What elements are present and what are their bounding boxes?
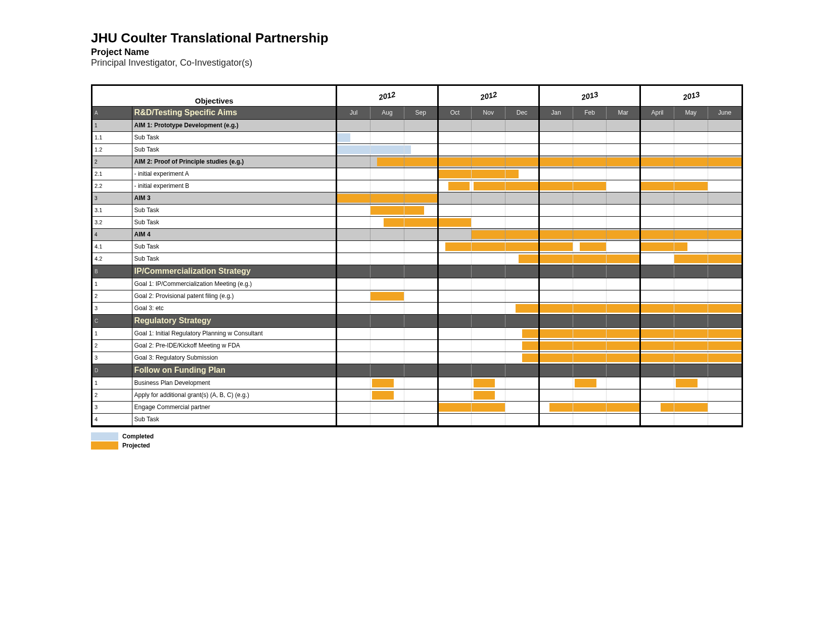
gantt-cell xyxy=(607,131,640,143)
gantt-cell xyxy=(370,180,404,192)
gantt-bar-projected xyxy=(607,158,639,166)
gantt-cell xyxy=(607,364,640,377)
gantt-cell xyxy=(505,302,539,314)
gantt-bar-projected xyxy=(573,341,607,350)
gantt-cell xyxy=(674,413,708,425)
gantt-cell xyxy=(404,401,438,413)
gantt-cell xyxy=(607,192,640,204)
gantt-cell xyxy=(674,131,708,143)
gantt-bar-projected xyxy=(448,182,470,190)
gantt-cell xyxy=(674,352,708,364)
gantt-cell xyxy=(337,168,370,180)
gantt-cell xyxy=(674,377,708,389)
gantt-cell xyxy=(472,192,505,204)
gantt-bar-projected xyxy=(607,341,639,350)
gantt-cell xyxy=(640,192,674,204)
gantt-cell xyxy=(573,192,607,204)
gantt-cell xyxy=(607,327,640,339)
gantt-cell xyxy=(607,314,640,327)
row-label: Goal 2: Pre-IDE/Kickoff Meeting w FDA xyxy=(132,339,337,352)
gantt-cell xyxy=(640,327,674,339)
row-number: 1.2 xyxy=(92,143,132,156)
gantt-cell xyxy=(640,290,674,302)
gantt-bar-projected xyxy=(540,329,573,338)
gantt-cell xyxy=(640,240,674,253)
gantt-cell xyxy=(370,192,404,204)
gantt-cell xyxy=(640,401,674,413)
gantt-cell xyxy=(573,131,607,143)
gantt-cell xyxy=(337,253,370,265)
gantt-cell xyxy=(674,216,708,228)
page-subtitle: Project Name xyxy=(91,47,743,58)
gantt-cell xyxy=(674,240,708,253)
gantt-cell xyxy=(640,339,674,352)
gantt-cell xyxy=(708,389,742,401)
gantt-cell xyxy=(573,265,607,278)
row-label: Engage Commercial partner xyxy=(132,401,337,413)
gantt-cell xyxy=(370,156,404,168)
gantt-cell xyxy=(505,327,539,339)
gantt-cell xyxy=(708,253,742,265)
gantt-bar-projected xyxy=(404,194,437,203)
gantt-cell xyxy=(472,228,505,240)
gantt-cell xyxy=(505,216,539,228)
row-number: 1 xyxy=(92,278,132,290)
gantt-cell xyxy=(438,290,472,302)
gantt-cell xyxy=(708,314,742,327)
gantt-cell xyxy=(472,413,505,425)
gantt-cell xyxy=(337,401,370,413)
gantt-cell xyxy=(573,119,607,131)
gantt-cell xyxy=(370,240,404,253)
gantt-bar-projected xyxy=(377,158,404,166)
gantt-cell xyxy=(573,156,607,168)
gantt-cell xyxy=(370,143,404,156)
gantt-cell xyxy=(674,253,708,265)
gantt-cell xyxy=(607,228,640,240)
row-label: Goal 2: Provisional patent filing (e.g.) xyxy=(132,290,337,302)
task-row: 3Goal 3: etc xyxy=(92,302,742,314)
gantt-cell xyxy=(640,216,674,228)
gantt-bar-projected xyxy=(674,304,708,313)
gantt-cell xyxy=(539,377,573,389)
gantt-cell xyxy=(370,253,404,265)
gantt-cell xyxy=(708,278,742,290)
gantt-cell xyxy=(674,401,708,413)
gantt-cell xyxy=(573,413,607,425)
row-number: 3 xyxy=(92,352,132,364)
gantt-cell xyxy=(404,364,438,377)
gantt-cell xyxy=(337,377,370,389)
gantt-bar-projected xyxy=(708,354,742,362)
gantt-cell xyxy=(472,180,505,192)
gantt-cell xyxy=(337,119,370,131)
section-title: Follow on Funding Plan xyxy=(132,364,337,377)
gantt-cell xyxy=(573,339,607,352)
gantt-cell xyxy=(539,389,573,401)
gantt-cell xyxy=(539,131,573,143)
gantt-cell xyxy=(539,265,573,278)
month-header: Jul xyxy=(337,106,370,119)
task-row: 3.2Sub Task xyxy=(92,216,742,228)
gantt-cell xyxy=(640,302,674,314)
gantt-cell xyxy=(337,352,370,364)
gantt-cell xyxy=(573,278,607,290)
gantt-cell xyxy=(472,168,505,180)
gantt-cell xyxy=(539,339,573,352)
task-row: 4.1Sub Task xyxy=(92,240,742,253)
gantt-bar-projected xyxy=(708,255,742,263)
gantt-bar-projected xyxy=(474,379,495,387)
gantt-chart: Objectives2012201220132013AR&D/Testing S… xyxy=(91,84,743,427)
gantt-cell xyxy=(640,314,674,327)
gantt-bar-projected xyxy=(607,354,639,362)
gantt-cell xyxy=(640,143,674,156)
gantt-bar-projected xyxy=(516,304,538,313)
gantt-cell xyxy=(539,302,573,314)
gantt-cell xyxy=(404,339,438,352)
gantt-cell xyxy=(438,131,472,143)
month-header: Oct xyxy=(438,106,472,119)
gantt-cell xyxy=(438,204,472,216)
gantt-bar-projected xyxy=(540,255,573,263)
task-row: 2.1 - initial experiment A xyxy=(92,168,742,180)
gantt-cell xyxy=(640,364,674,377)
gantt-cell xyxy=(438,216,472,228)
gantt-cell xyxy=(404,204,438,216)
